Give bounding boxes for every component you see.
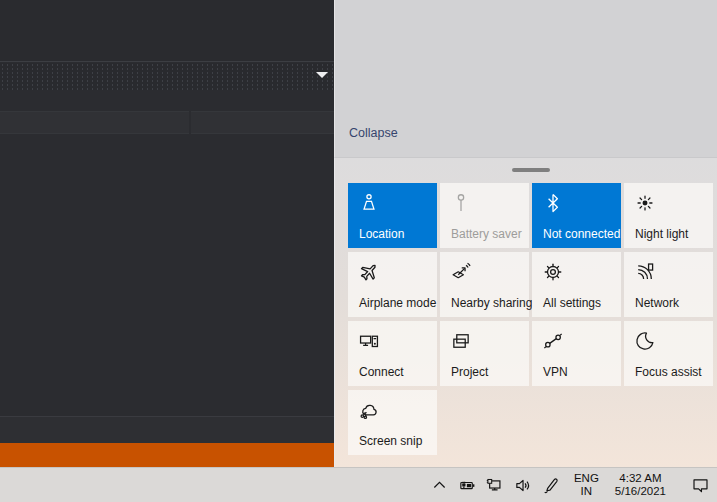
tile-label: Airplane mode: [359, 296, 436, 310]
night-light-icon: [634, 192, 656, 214]
network-icon: [634, 261, 656, 283]
app-titlebar-area: [0, 0, 334, 62]
drag-handle[interactable]: [512, 168, 550, 172]
settings-gear-icon: [542, 261, 564, 283]
quick-action-tile-screen-snip[interactable]: Screen snip: [348, 390, 437, 455]
action-center-notifications-area: Collapse: [334, 0, 717, 157]
system-tray: ENG IN 4:32 AM 5/16/2021: [430, 468, 717, 502]
app-collapsed-ribbon: [0, 63, 334, 90]
location-icon: [358, 192, 380, 214]
tile-label: All settings: [543, 296, 601, 310]
battery-charging-icon[interactable]: [458, 475, 478, 495]
quick-action-tile-vpn[interactable]: VPN: [532, 321, 621, 386]
collapse-link[interactable]: Collapse: [349, 126, 398, 140]
bluetooth-icon: [542, 192, 564, 214]
app-toolbar-box-right: [191, 111, 334, 134]
language-line2: IN: [581, 485, 593, 498]
desktop-screen: Collapse Location Battery saver: [0, 0, 717, 502]
vpn-icon: [542, 330, 564, 352]
quick-action-tile-all-settings[interactable]: All settings: [532, 252, 621, 317]
tile-label: Night light: [635, 227, 688, 241]
project-icon: [450, 330, 472, 352]
tile-label: Network: [635, 296, 679, 310]
language-indicator[interactable]: ENG IN: [570, 472, 603, 498]
taskbar: ENG IN 4:32 AM 5/16/2021: [0, 467, 717, 502]
quick-action-tile-nearby-sharing[interactable]: Nearby sharing: [440, 252, 529, 317]
focus-assist-icon: [634, 330, 656, 352]
action-center-panel: Collapse Location Battery saver: [334, 0, 717, 467]
clock-time: 4:32 AM: [619, 472, 661, 485]
tile-label: Connect: [359, 365, 404, 379]
app-statusbar-area: [0, 417, 334, 443]
battery-saver-icon: [450, 192, 472, 214]
language-line1: ENG: [574, 472, 599, 485]
app-toolbar-row: [0, 111, 334, 134]
app-orange-accent-bar: [0, 443, 334, 467]
quick-action-tile-battery-saver[interactable]: Battery saver: [440, 183, 529, 248]
quick-action-tile-focus-assist[interactable]: Focus assist: [624, 321, 713, 386]
action-center-bubble-icon[interactable]: [690, 475, 710, 495]
quick-action-tile-connect[interactable]: Connect: [348, 321, 437, 386]
quick-action-tile-night-light[interactable]: Night light: [624, 183, 713, 248]
quick-action-tile-location[interactable]: Location: [348, 183, 437, 248]
ethernet-network-icon[interactable]: [486, 475, 506, 495]
app-toolbar-box-left: [0, 111, 189, 134]
taskbar-clock[interactable]: 4:32 AM 5/16/2021: [611, 472, 670, 498]
connect-icon: [358, 330, 380, 352]
tile-label: Location: [359, 227, 404, 241]
tile-label: Battery saver: [451, 227, 522, 241]
nearby-sharing-icon: [450, 261, 472, 283]
quick-action-tile-network[interactable]: Network: [624, 252, 713, 317]
airplane-icon: [358, 261, 380, 283]
volume-icon[interactable]: [514, 475, 534, 495]
show-hidden-icons-button[interactable]: [430, 475, 450, 495]
windows-ink-pen-icon[interactable]: [542, 475, 562, 495]
tile-label: Screen snip: [359, 434, 422, 448]
tile-label: Focus assist: [635, 365, 702, 379]
quick-actions-grid: Location Battery saver Not connected: [348, 183, 713, 455]
chevron-down-icon[interactable]: [316, 72, 328, 78]
app-window: [0, 0, 334, 467]
screen-snip-icon: [358, 399, 380, 421]
quick-action-tile-bluetooth[interactable]: Not connected: [532, 183, 621, 248]
quick-action-tile-airplane-mode[interactable]: Airplane mode: [348, 252, 437, 317]
tile-label: Project: [451, 365, 488, 379]
tile-label: Not connected: [543, 227, 620, 241]
quick-actions-area: Location Battery saver Not connected: [334, 157, 717, 467]
tile-label: VPN: [543, 365, 568, 379]
quick-action-tile-project[interactable]: Project: [440, 321, 529, 386]
clock-date: 5/16/2021: [615, 485, 666, 498]
tile-label: Nearby sharing: [451, 296, 532, 310]
